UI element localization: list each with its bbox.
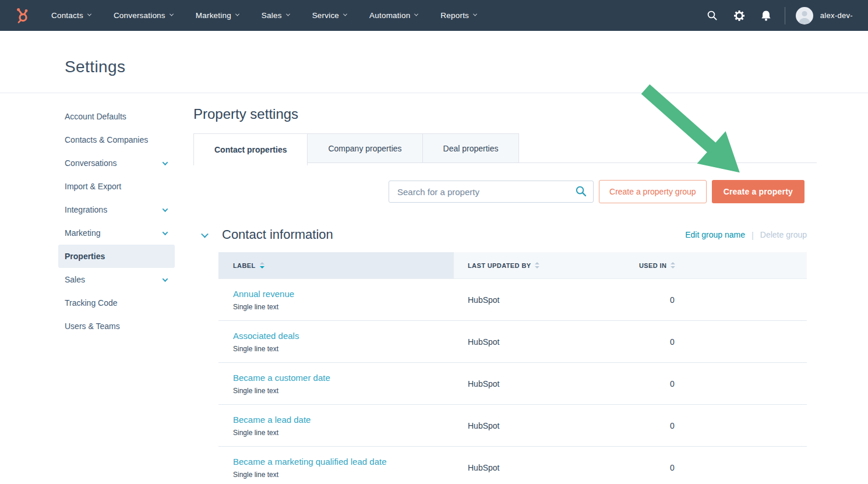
property-cell: Annual revenue Single line text (218, 289, 454, 311)
sidebar-item-integrations[interactable]: Integrations (58, 198, 175, 221)
create-property-group-button[interactable]: Create a property group (599, 180, 707, 203)
edit-group-name-link[interactable]: Edit group name (685, 230, 745, 239)
property-link[interactable]: Annual revenue (233, 289, 454, 299)
search-icon[interactable] (575, 185, 587, 200)
chevron-down-icon (414, 12, 418, 16)
sidebar-item-label: Properties (65, 252, 105, 261)
property-link[interactable]: Became a lead date (233, 415, 454, 425)
settings-sidebar: Account Defaults Contacts & Companies Co… (58, 105, 175, 484)
used-in-cell: 0 (625, 463, 807, 472)
nav-divider (785, 7, 785, 24)
updated-by-cell: HubSpot (454, 463, 625, 472)
property-link[interactable]: Became a marketing qualified lead date (233, 457, 454, 467)
property-type: Single line text (233, 387, 454, 395)
updated-by-cell: HubSpot (454, 421, 625, 430)
sort-icon[interactable] (260, 262, 264, 269)
sidebar-item-users-teams[interactable]: Users & Teams (58, 315, 175, 338)
tab-contact-properties[interactable]: Contact properties (193, 133, 308, 165)
sidebar-item-label: Sales (65, 275, 85, 284)
hubspot-sprocket-icon (14, 7, 30, 24)
table-row: Annual revenue Single line text HubSpot … (218, 279, 807, 321)
search-icon[interactable] (705, 9, 719, 23)
sidebar-item-label: Contacts & Companies (65, 135, 148, 144)
table-row: Associated deals Single line text HubSpo… (218, 321, 807, 363)
chevron-down-icon (163, 206, 168, 212)
nav-item-marketing[interactable]: Marketing (196, 11, 239, 20)
used-in-cell: 0 (625, 379, 807, 388)
sort-icon[interactable] (671, 262, 675, 269)
section-title: Property settings (193, 106, 817, 122)
nav-item-label: Marketing (196, 11, 231, 20)
nav-item-label: Reports (440, 11, 469, 20)
chevron-down-icon (473, 12, 477, 16)
page-header: Settings (0, 31, 868, 93)
tab-label: Company properties (328, 144, 401, 153)
sidebar-item-account-defaults[interactable]: Account Defaults (58, 105, 175, 128)
column-header-label[interactable]: LABEL (218, 252, 454, 278)
sidebar-item-conversations[interactable]: Conversations (58, 151, 175, 175)
table-row: Became a lead date Single line text HubS… (218, 405, 807, 447)
nav-item-reports[interactable]: Reports (440, 11, 477, 20)
table-header-row: LABEL LAST UPDATED BY USED IN (218, 252, 807, 279)
updated-by-cell: HubSpot (454, 379, 625, 388)
sidebar-item-contacts-companies[interactable]: Contacts & Companies (58, 128, 175, 151)
tab-deal-properties[interactable]: Deal properties (423, 133, 520, 162)
hubspot-logo[interactable] (14, 7, 30, 24)
create-property-button[interactable]: Create a property (712, 180, 805, 203)
sidebar-item-label: Marketing (65, 228, 100, 238)
updated-by-cell: HubSpot (454, 337, 625, 347)
chevron-down-icon (163, 276, 168, 282)
sidebar-item-label: Account Defaults (65, 112, 126, 121)
sidebar-item-properties[interactable]: Properties (58, 245, 175, 268)
property-link[interactable]: Became a customer date (233, 373, 454, 383)
group-links: Edit group name | Delete group (685, 230, 807, 240)
column-header-used-in[interactable]: USED IN (625, 252, 807, 278)
gear-icon[interactable] (732, 9, 746, 23)
collapse-chevron-icon[interactable] (201, 230, 209, 238)
nav-item-contacts[interactable]: Contacts (51, 11, 91, 20)
nav-item-conversations[interactable]: Conversations (114, 11, 173, 20)
tab-company-properties[interactable]: Company properties (308, 133, 422, 162)
nav-item-label: Sales (262, 11, 282, 20)
used-in-cell: 0 (625, 421, 807, 430)
sidebar-item-import-export[interactable]: Import & Export (58, 175, 175, 198)
property-cell: Associated deals Single line text (218, 331, 454, 353)
avatar[interactable] (796, 7, 813, 24)
chevron-down-icon (163, 229, 168, 235)
properties-table: LABEL LAST UPDATED BY USED IN Annual rev… (218, 252, 807, 484)
property-type: Single line text (233, 303, 454, 311)
top-nav: Contacts Conversations Marketing Sales S… (0, 0, 868, 31)
column-header-last-updated-by[interactable]: LAST UPDATED BY (454, 252, 625, 278)
sidebar-item-tracking-code[interactable]: Tracking Code (58, 291, 175, 315)
property-tabs: Contact properties Company properties De… (193, 133, 817, 163)
property-cell: Became a marketing qualified lead date S… (218, 457, 454, 479)
sidebar-item-label: Tracking Code (65, 298, 118, 308)
bell-icon[interactable] (759, 9, 773, 23)
chevron-down-icon (343, 12, 347, 16)
column-header-text: LABEL (233, 262, 256, 269)
used-in-cell: 0 (625, 295, 807, 305)
tab-label: Deal properties (443, 144, 499, 153)
group-title: Contact information (222, 227, 333, 242)
nav-item-automation[interactable]: Automation (369, 11, 418, 20)
page-title: Settings (65, 57, 868, 77)
chevron-down-icon (87, 12, 91, 16)
delete-group-link[interactable]: Delete group (760, 230, 807, 239)
column-header-text: USED IN (639, 262, 666, 269)
sort-icon[interactable] (535, 262, 539, 269)
main-panel: Property settings Contact properties Com… (193, 93, 817, 484)
used-in-cell: 0 (625, 337, 807, 347)
sidebar-item-sales[interactable]: Sales (58, 268, 175, 291)
nav-item-service[interactable]: Service (312, 11, 347, 20)
content: Account Defaults Contacts & Companies Co… (0, 93, 868, 484)
search-input[interactable] (389, 181, 594, 203)
property-cell: Became a customer date Single line text (218, 373, 454, 395)
property-cell: Became a lead date Single line text (218, 415, 454, 437)
property-link[interactable]: Associated deals (233, 331, 454, 341)
nav-item-sales[interactable]: Sales (262, 11, 290, 20)
property-toolbar: Create a property group Create a propert… (193, 180, 817, 203)
chevron-down-icon (163, 160, 168, 165)
nav-right-tools: alex-dev- (705, 7, 853, 24)
sidebar-item-marketing[interactable]: Marketing (58, 221, 175, 245)
username[interactable]: alex-dev- (820, 11, 853, 20)
